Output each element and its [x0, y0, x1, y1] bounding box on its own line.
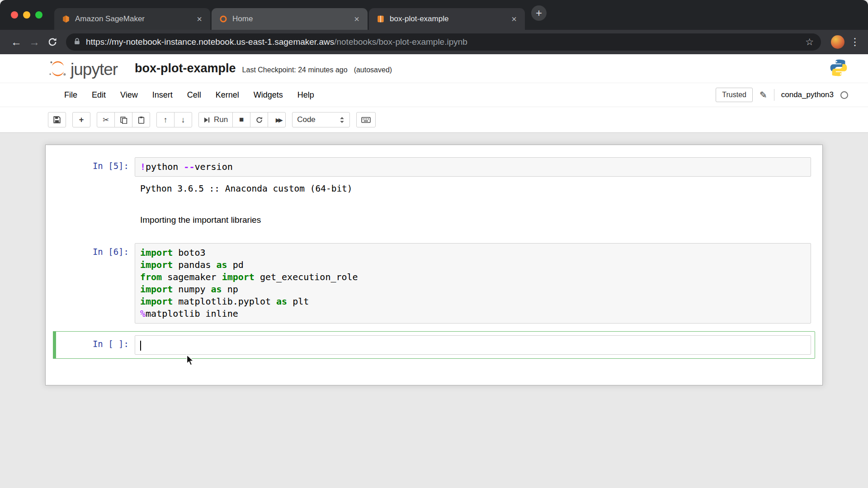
paste-cells-button[interactable] — [132, 112, 150, 127]
notebook-header: jupyter box-plot-example Last Checkpoint… — [0, 54, 868, 83]
menu-widgets[interactable]: Widgets — [246, 85, 290, 105]
url-text: https://my-notebook-instance.notebook.us… — [86, 37, 467, 47]
restart-run-all-button[interactable]: ▶▶ — [268, 112, 286, 127]
edit-title-icon[interactable]: ✎ — [760, 89, 767, 100]
code-input[interactable] — [135, 335, 811, 355]
output-prompt-spacer — [57, 181, 135, 196]
menu-file[interactable]: File — [57, 85, 85, 105]
notebook-menubar: File Edit View Insert Cell Kernel Widget… — [0, 83, 868, 107]
notebook-cells: In [5]:!python --versionPython 3.6.5 :: … — [53, 153, 815, 359]
tab-label: box-plot-example — [390, 14, 505, 23]
tab-close-icon[interactable]: × — [509, 14, 519, 24]
window-minimize-button[interactable] — [23, 11, 30, 19]
tab-close-icon[interactable]: × — [195, 14, 204, 24]
markdown-cell[interactable]: Importing the important libraries — [53, 206, 815, 235]
url-origin: https://my-notebook-instance.notebook.us… — [86, 37, 334, 47]
python-logo — [829, 58, 848, 79]
restart-kernel-button[interactable] — [250, 112, 268, 127]
insert-cell-below-button[interactable]: + — [72, 112, 90, 127]
cell-prompt: In [ ]: — [57, 335, 135, 355]
cell-type-dropdown[interactable]: Code — [292, 112, 350, 127]
cell-output: Python 3.6.5 :: Anaconda custom (64-bit) — [135, 181, 358, 196]
code-cell[interactable]: In [ ]: — [53, 331, 815, 359]
menu-help[interactable]: Help — [290, 85, 321, 105]
checkpoint-status: Last Checkpoint: 24 minutes ago — [242, 63, 348, 74]
notebook-title[interactable]: box-plot-example — [135, 61, 236, 75]
kernel-status-icon — [840, 91, 848, 99]
url-path: /notebooks/box-plot-example.ipynb — [334, 37, 467, 47]
reload-button[interactable] — [43, 33, 61, 51]
autosave-status: (autosaved) — [354, 63, 392, 74]
menu-view[interactable]: View — [113, 85, 145, 105]
move-cell-down-button[interactable]: ↓ — [174, 112, 192, 127]
kernel-name: conda_python3 — [781, 90, 834, 99]
tab-strip: Amazon SageMaker × Home × box-plot-examp… — [0, 0, 868, 30]
code-input[interactable]: import boto3import pandas as pdfrom sage… — [135, 243, 811, 324]
notebook-scroll-area[interactable]: In [5]:!python --versionPython 3.6.5 :: … — [0, 133, 868, 488]
code-cell[interactable]: In [5]:!python --versionPython 3.6.5 :: … — [53, 153, 815, 202]
copy-cells-button[interactable] — [114, 112, 132, 127]
save-button[interactable] — [48, 112, 66, 127]
cut-cells-button[interactable]: ✂ — [97, 112, 115, 127]
aws-favicon — [61, 15, 70, 23]
menubar-right: Trusted ✎ conda_python3 — [716, 88, 848, 102]
menu-insert[interactable]: Insert — [145, 85, 180, 105]
tab-amazon-sagemaker[interactable]: Amazon SageMaker × — [54, 8, 210, 30]
browser-menu-icon[interactable]: ⋮ — [849, 36, 861, 48]
divider — [774, 89, 774, 101]
notebook-toolbar: + ✂ ↑ ↓ Run ■ ▶▶ Code — [0, 107, 868, 133]
new-tab-button[interactable]: + — [531, 5, 547, 21]
window-close-button[interactable] — [11, 11, 18, 19]
run-icon — [203, 117, 210, 123]
trusted-button[interactable]: Trusted — [716, 88, 753, 102]
text-cursor — [140, 341, 141, 351]
jupyter-favicon — [219, 15, 227, 23]
browser-tabs: Amazon SageMaker × Home × box-plot-examp… — [54, 8, 525, 30]
notebook-favicon — [376, 15, 385, 23]
browser-chrome: Amazon SageMaker × Home × box-plot-examp… — [0, 0, 868, 54]
menu-edit[interactable]: Edit — [85, 85, 113, 105]
lock-icon — [73, 38, 81, 47]
profile-avatar[interactable] — [831, 35, 844, 49]
window-controls — [0, 11, 54, 19]
menu-cell[interactable]: Cell — [180, 85, 208, 105]
command-palette-button[interactable] — [356, 112, 376, 127]
back-button[interactable]: ← — [7, 33, 25, 51]
window-zoom-button[interactable] — [35, 11, 42, 19]
tab-close-icon[interactable]: × — [352, 14, 361, 24]
jupyter-page: jupyter box-plot-example Last Checkpoint… — [0, 54, 868, 488]
run-label: Run — [214, 115, 228, 124]
address-bar[interactable]: https://my-notebook-instance.notebook.us… — [66, 33, 821, 51]
markdown-text: Importing the important libraries — [135, 210, 811, 231]
mouse-cursor — [184, 354, 196, 367]
tab-label: Home — [232, 14, 347, 23]
jupyter-logo-icon — [48, 59, 68, 79]
jupyter-logo[interactable]: jupyter — [48, 58, 118, 79]
browser-toolbar: ← → https://my-notebook-instance.noteboo… — [0, 30, 868, 54]
notebook-container: In [5]:!python --versionPython 3.6.5 :: … — [45, 145, 823, 385]
cell-prompt: In [6]: — [57, 243, 135, 324]
move-cell-up-button[interactable]: ↑ — [156, 112, 175, 127]
bookmark-star-icon[interactable]: ☆ — [805, 37, 814, 47]
cell-type-value: Code — [297, 115, 316, 124]
cell-prompt: In [5]: — [57, 157, 135, 177]
forward-button[interactable]: → — [25, 33, 43, 51]
tab-home[interactable]: Home × — [212, 8, 368, 30]
dropdown-arrows-icon — [339, 116, 345, 124]
interrupt-kernel-button[interactable]: ■ — [232, 112, 250, 127]
code-input[interactable]: !python --version — [135, 157, 811, 177]
jupyter-logo-text: jupyter — [71, 60, 118, 79]
tab-label: Amazon SageMaker — [75, 14, 190, 23]
menu-kernel[interactable]: Kernel — [208, 85, 246, 105]
code-cell[interactable]: In [6]:import boto3import pandas as pdfr… — [53, 239, 815, 328]
tab-box-plot-example[interactable]: box-plot-example × — [369, 8, 525, 30]
run-cell-button[interactable]: Run — [198, 112, 233, 127]
